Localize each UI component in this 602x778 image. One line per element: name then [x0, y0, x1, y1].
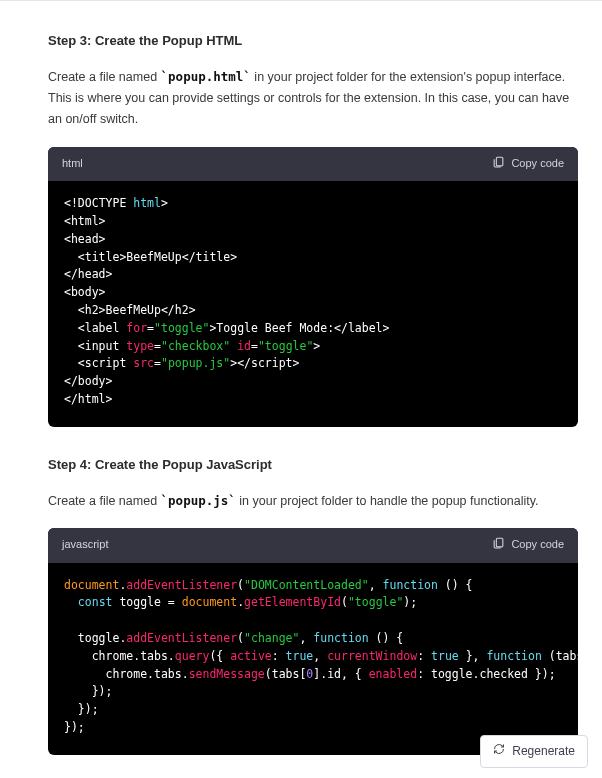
code-language-label: html — [62, 155, 83, 173]
article-body: Step 3: Create the Popup HTML Create a f… — [0, 1, 602, 778]
refresh-icon — [493, 742, 505, 761]
svg-rect-0 — [497, 157, 504, 166]
inline-code-filename: `popup.html` — [161, 69, 251, 84]
text: Create a file named — [48, 70, 161, 84]
code-block-body[interactable]: document.addEventListener("DOMContentLoa… — [48, 563, 578, 755]
code-block-header: html Copy code — [48, 147, 578, 182]
copy-code-button[interactable]: Copy code — [492, 155, 564, 174]
code-block-html: html Copy code <!DOCTYPE html> <html> <h… — [48, 147, 578, 427]
copy-code-label: Copy code — [511, 536, 564, 554]
regenerate-button[interactable]: Regenerate — [480, 735, 588, 768]
text: in your project folder to handle the pop… — [236, 494, 539, 508]
step4-paragraph: Create a file named `popup.js` in your p… — [48, 490, 578, 512]
regenerate-label: Regenerate — [512, 742, 575, 761]
inline-code-filename: `popup.js` — [161, 493, 236, 508]
copy-code-label: Copy code — [511, 155, 564, 173]
step3-paragraph: Create a file named `popup.html` in your… — [48, 66, 578, 131]
code-block-body[interactable]: <!DOCTYPE html> <html> <head> <title>Bee… — [48, 181, 578, 427]
code-block-header: javascript Copy code — [48, 528, 578, 563]
step3-heading: Step 3: Create the Popup HTML — [48, 31, 578, 52]
svg-rect-1 — [497, 538, 504, 547]
code-block-js: javascript Copy code document.addEventLi… — [48, 528, 578, 755]
clipboard-icon — [492, 155, 505, 174]
clipboard-icon — [492, 536, 505, 555]
code-language-label: javascript — [62, 536, 108, 554]
step4-heading: Step 4: Create the Popup JavaScript — [48, 455, 578, 476]
copy-code-button[interactable]: Copy code — [492, 536, 564, 555]
text: Create a file named — [48, 494, 161, 508]
